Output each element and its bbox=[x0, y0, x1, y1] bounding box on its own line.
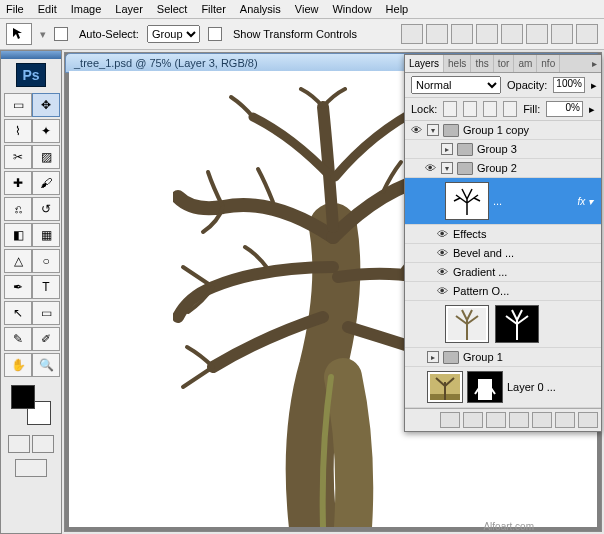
menu-file[interactable]: File bbox=[6, 3, 24, 15]
tab-tor[interactable]: tor bbox=[494, 55, 515, 72]
visibility-icon[interactable]: 👁 bbox=[435, 265, 449, 279]
stepper-icon[interactable]: ▸ bbox=[591, 79, 597, 92]
gradient-tool-icon[interactable]: ▦ bbox=[32, 223, 60, 247]
visibility-icon[interactable]: 👁 bbox=[409, 123, 423, 137]
history-tool-icon[interactable]: ↺ bbox=[32, 197, 60, 221]
layer-group[interactable]: 👁 ▾ Group 2 bbox=[405, 159, 601, 178]
layer-group[interactable]: ▸ Group 3 bbox=[405, 140, 601, 159]
opacity-value[interactable]: 100% bbox=[553, 77, 585, 93]
slice-tool-icon[interactable]: ▨ bbox=[32, 145, 60, 169]
lock-trans-icon[interactable] bbox=[443, 101, 457, 117]
expand-icon[interactable]: ▾ bbox=[427, 124, 439, 136]
marquee-tool-icon[interactable]: ▭ bbox=[4, 93, 32, 117]
blur-tool-icon[interactable]: △ bbox=[4, 249, 32, 273]
menu-help[interactable]: Help bbox=[386, 3, 409, 15]
effect-item[interactable]: 👁 Pattern O... bbox=[405, 282, 601, 301]
pen-tool-icon[interactable]: ✒ bbox=[4, 275, 32, 299]
layer-row-selected[interactable]: ... fx ▾ bbox=[405, 178, 601, 225]
mask-icon[interactable] bbox=[486, 412, 506, 428]
expand-icon[interactable]: ▾ bbox=[441, 162, 453, 174]
eyedropper-tool-icon[interactable]: ✐ bbox=[32, 327, 60, 351]
visibility-icon[interactable]: 👁 bbox=[435, 227, 449, 241]
lasso-tool-icon[interactable]: ⌇ bbox=[4, 119, 32, 143]
menu-window[interactable]: Window bbox=[332, 3, 371, 15]
align-button[interactable] bbox=[551, 24, 573, 44]
shape-tool-icon[interactable]: ▭ bbox=[32, 301, 60, 325]
align-button[interactable] bbox=[401, 24, 423, 44]
dodge-tool-icon[interactable]: ○ bbox=[32, 249, 60, 273]
visibility-icon[interactable]: 👁 bbox=[435, 284, 449, 298]
visibility-icon[interactable] bbox=[409, 380, 423, 394]
layer-thumbnail[interactable] bbox=[427, 371, 463, 403]
notes-tool-icon[interactable]: ✎ bbox=[4, 327, 32, 351]
fx-badge-icon[interactable]: fx ▾ bbox=[577, 196, 597, 207]
color-swatches[interactable] bbox=[11, 385, 51, 425]
visibility-icon[interactable]: 👁 bbox=[423, 161, 437, 175]
move-tool-icon[interactable]: ✥ bbox=[32, 93, 60, 117]
tab-layers[interactable]: Layers bbox=[405, 55, 444, 72]
wand-tool-icon[interactable]: ✦ bbox=[32, 119, 60, 143]
menu-layer[interactable]: Layer bbox=[115, 3, 143, 15]
lock-pos-icon[interactable] bbox=[483, 101, 497, 117]
fx-icon[interactable] bbox=[463, 412, 483, 428]
move-tool-icon[interactable] bbox=[6, 23, 32, 45]
link-icon[interactable] bbox=[440, 412, 460, 428]
heal-tool-icon[interactable]: ✚ bbox=[4, 171, 32, 195]
layer-group[interactable]: 👁 ▾ Group 1 copy bbox=[405, 121, 601, 140]
quickmask-icon[interactable] bbox=[32, 435, 54, 453]
align-button[interactable] bbox=[451, 24, 473, 44]
lock-pixels-icon[interactable] bbox=[463, 101, 477, 117]
menu-image[interactable]: Image bbox=[71, 3, 102, 15]
crop-tool-icon[interactable]: ✂ bbox=[4, 145, 32, 169]
tab-info[interactable]: nfo bbox=[537, 55, 560, 72]
menu-select[interactable]: Select bbox=[157, 3, 188, 15]
quickmask-icon[interactable] bbox=[8, 435, 30, 453]
blend-mode-dropdown[interactable]: Normal bbox=[411, 76, 501, 94]
menu-filter[interactable]: Filter bbox=[201, 3, 225, 15]
visibility-icon[interactable]: 👁 bbox=[435, 246, 449, 260]
brush-tool-icon[interactable]: 🖌 bbox=[32, 171, 60, 195]
trash-icon[interactable] bbox=[578, 412, 598, 428]
menu-edit[interactable]: Edit bbox=[38, 3, 57, 15]
layer-row[interactable]: Layer 0 ... bbox=[405, 367, 601, 408]
stamp-tool-icon[interactable]: ⎌ bbox=[4, 197, 32, 221]
menu-view[interactable]: View bbox=[295, 3, 319, 15]
effects-header[interactable]: 👁 Effects bbox=[405, 225, 601, 244]
align-button[interactable] bbox=[476, 24, 498, 44]
show-transform-checkbox[interactable] bbox=[208, 27, 222, 41]
screenmode-icon[interactable] bbox=[15, 459, 47, 477]
type-tool-icon[interactable]: T bbox=[32, 275, 60, 299]
layer-mask-thumbnail[interactable] bbox=[467, 371, 503, 403]
align-button[interactable] bbox=[501, 24, 523, 44]
path-tool-icon[interactable]: ↖ bbox=[4, 301, 32, 325]
tab-channels[interactable]: hels bbox=[444, 55, 471, 72]
group-icon[interactable] bbox=[532, 412, 552, 428]
align-button[interactable] bbox=[526, 24, 548, 44]
adjustment-icon[interactable] bbox=[509, 412, 529, 428]
eraser-tool-icon[interactable]: ◧ bbox=[4, 223, 32, 247]
fill-value[interactable]: 0% bbox=[546, 101, 583, 117]
menu-analysis[interactable]: Analysis bbox=[240, 3, 281, 15]
effect-item[interactable]: 👁 Gradient ... bbox=[405, 263, 601, 282]
layers-panel[interactable]: Layers hels ths tor am nfo ▸ Normal Opac… bbox=[404, 54, 602, 432]
expand-icon[interactable]: ▸ bbox=[441, 143, 453, 155]
layer-mask-thumbnail[interactable] bbox=[495, 305, 539, 343]
new-layer-icon[interactable] bbox=[555, 412, 575, 428]
auto-select-checkbox[interactable] bbox=[54, 27, 68, 41]
hand-tool-icon[interactable]: ✋ bbox=[4, 353, 32, 377]
foreground-swatch[interactable] bbox=[11, 385, 35, 409]
auto-select-dropdown[interactable]: Group bbox=[147, 25, 200, 43]
expand-icon[interactable]: ▸ bbox=[427, 351, 439, 363]
layer-group[interactable]: ▸ Group 1 bbox=[405, 348, 601, 367]
zoom-tool-icon[interactable]: 🔍 bbox=[32, 353, 60, 377]
layer-thumbnail[interactable] bbox=[445, 305, 489, 343]
lock-all-icon[interactable] bbox=[503, 101, 517, 117]
layer-thumbnail[interactable] bbox=[445, 182, 489, 220]
align-button[interactable] bbox=[576, 24, 598, 44]
effect-item[interactable]: 👁 Bevel and ... bbox=[405, 244, 601, 263]
layer-row[interactable] bbox=[405, 301, 601, 348]
visibility-icon[interactable] bbox=[409, 350, 423, 364]
visibility-icon[interactable] bbox=[423, 142, 437, 156]
tab-am[interactable]: am bbox=[514, 55, 537, 72]
align-button[interactable] bbox=[426, 24, 448, 44]
